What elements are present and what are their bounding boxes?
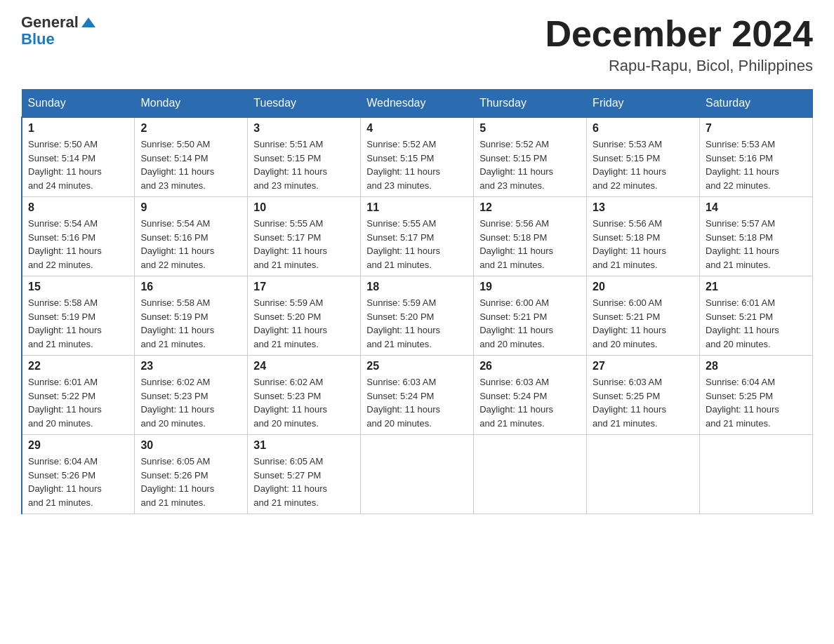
calendar-cell: 9Sunrise: 5:54 AMSunset: 5:16 PMDaylight… <box>135 197 248 276</box>
calendar-cell: 22Sunrise: 6:01 AMSunset: 5:22 PMDayligh… <box>22 356 135 435</box>
day-number: 4 <box>366 122 468 135</box>
day-info: Sunrise: 6:01 AMSunset: 5:22 PMDaylight:… <box>28 375 128 430</box>
calendar-header-row: SundayMondayTuesdayWednesdayThursdayFrid… <box>22 90 813 118</box>
calendar-cell: 29Sunrise: 6:04 AMSunset: 5:26 PMDayligh… <box>22 435 135 514</box>
day-number: 7 <box>706 122 807 135</box>
day-info: Sunrise: 5:54 AMSunset: 5:16 PMDaylight:… <box>28 217 128 271</box>
day-number: 3 <box>253 122 355 135</box>
calendar-cell: 28Sunrise: 6:04 AMSunset: 5:25 PMDayligh… <box>700 356 813 435</box>
calendar-cell <box>587 435 700 514</box>
day-info: Sunrise: 5:51 AMSunset: 5:15 PMDaylight:… <box>253 137 355 192</box>
calendar-cell: 30Sunrise: 6:05 AMSunset: 5:26 PMDayligh… <box>135 435 248 514</box>
calendar-week-row: 22Sunrise: 6:01 AMSunset: 5:22 PMDayligh… <box>22 356 813 435</box>
col-header-tuesday: Tuesday <box>248 90 361 118</box>
calendar-cell: 26Sunrise: 6:03 AMSunset: 5:24 PMDayligh… <box>474 356 587 435</box>
day-number: 21 <box>706 281 807 293</box>
day-info: Sunrise: 6:04 AMSunset: 5:25 PMDaylight:… <box>706 375 807 430</box>
calendar-cell: 16Sunrise: 5:58 AMSunset: 5:19 PMDayligh… <box>135 276 248 356</box>
day-number: 23 <box>140 360 241 373</box>
day-info: Sunrise: 6:02 AMSunset: 5:23 PMDaylight:… <box>140 375 241 430</box>
calendar-cell: 8Sunrise: 5:54 AMSunset: 5:16 PMDaylight… <box>22 197 135 276</box>
day-info: Sunrise: 6:05 AMSunset: 5:26 PMDaylight:… <box>140 455 241 509</box>
day-number: 15 <box>28 281 128 293</box>
day-number: 27 <box>593 360 694 373</box>
day-info: Sunrise: 5:58 AMSunset: 5:19 PMDaylight:… <box>28 296 128 351</box>
day-info: Sunrise: 5:56 AMSunset: 5:18 PMDaylight:… <box>479 217 581 271</box>
day-number: 8 <box>28 201 128 214</box>
day-number: 29 <box>28 439 128 452</box>
calendar-cell <box>700 435 813 514</box>
calendar-cell: 3Sunrise: 5:51 AMSunset: 5:15 PMDaylight… <box>248 117 361 197</box>
page-header: General Blue December 2024 Rapu-Rapu, Bi… <box>21 14 813 75</box>
day-number: 14 <box>706 201 807 214</box>
col-header-sunday: Sunday <box>22 90 135 118</box>
day-number: 31 <box>253 439 355 452</box>
day-number: 12 <box>479 201 581 214</box>
day-info: Sunrise: 5:52 AMSunset: 5:15 PMDaylight:… <box>479 137 581 192</box>
day-info: Sunrise: 5:57 AMSunset: 5:18 PMDaylight:… <box>706 217 807 271</box>
calendar-cell: 18Sunrise: 5:59 AMSunset: 5:20 PMDayligh… <box>361 276 474 356</box>
day-number: 13 <box>593 201 694 214</box>
day-number: 25 <box>366 360 468 373</box>
day-info: Sunrise: 6:03 AMSunset: 5:24 PMDaylight:… <box>366 375 468 430</box>
day-info: Sunrise: 6:05 AMSunset: 5:27 PMDaylight:… <box>253 455 355 509</box>
calendar-cell: 25Sunrise: 6:03 AMSunset: 5:24 PMDayligh… <box>361 356 474 435</box>
day-number: 20 <box>593 281 694 293</box>
day-info: Sunrise: 5:55 AMSunset: 5:17 PMDaylight:… <box>253 217 355 271</box>
day-info: Sunrise: 5:59 AMSunset: 5:20 PMDaylight:… <box>253 296 355 351</box>
location-title: Rapu-Rapu, Bicol, Philippines <box>545 57 813 75</box>
day-number: 2 <box>140 122 241 135</box>
calendar-cell: 24Sunrise: 6:02 AMSunset: 5:23 PMDayligh… <box>248 356 361 435</box>
day-number: 30 <box>140 439 241 452</box>
calendar-cell: 7Sunrise: 5:53 AMSunset: 5:16 PMDaylight… <box>700 117 813 197</box>
logo-general-text: General <box>21 14 79 31</box>
day-info: Sunrise: 5:56 AMSunset: 5:18 PMDaylight:… <box>593 217 694 271</box>
calendar-cell <box>361 435 474 514</box>
day-number: 22 <box>28 360 128 373</box>
calendar-week-row: 8Sunrise: 5:54 AMSunset: 5:16 PMDaylight… <box>22 197 813 276</box>
day-info: Sunrise: 5:50 AMSunset: 5:14 PMDaylight:… <box>140 137 241 192</box>
calendar-cell: 31Sunrise: 6:05 AMSunset: 5:27 PMDayligh… <box>248 435 361 514</box>
month-title: December 2024 <box>545 14 813 54</box>
title-section: December 2024 Rapu-Rapu, Bicol, Philippi… <box>545 14 813 75</box>
calendar-cell: 17Sunrise: 5:59 AMSunset: 5:20 PMDayligh… <box>248 276 361 356</box>
day-info: Sunrise: 6:04 AMSunset: 5:26 PMDaylight:… <box>28 455 128 509</box>
calendar-table: SundayMondayTuesdayWednesdayThursdayFrid… <box>21 89 813 514</box>
day-number: 11 <box>366 201 468 214</box>
day-info: Sunrise: 5:58 AMSunset: 5:19 PMDaylight:… <box>140 296 241 351</box>
day-info: Sunrise: 5:54 AMSunset: 5:16 PMDaylight:… <box>140 217 241 271</box>
calendar-cell: 11Sunrise: 5:55 AMSunset: 5:17 PMDayligh… <box>361 197 474 276</box>
logo: General Blue <box>21 14 95 48</box>
calendar-week-row: 29Sunrise: 6:04 AMSunset: 5:26 PMDayligh… <box>22 435 813 514</box>
calendar-week-row: 15Sunrise: 5:58 AMSunset: 5:19 PMDayligh… <box>22 276 813 356</box>
calendar-cell: 27Sunrise: 6:03 AMSunset: 5:25 PMDayligh… <box>587 356 700 435</box>
logo-blue-text: Blue <box>21 31 95 48</box>
day-number: 10 <box>253 201 355 214</box>
calendar-cell: 1Sunrise: 5:50 AMSunset: 5:14 PMDaylight… <box>22 117 135 197</box>
day-number: 1 <box>28 122 128 135</box>
day-info: Sunrise: 5:53 AMSunset: 5:16 PMDaylight:… <box>706 137 807 192</box>
calendar-cell: 4Sunrise: 5:52 AMSunset: 5:15 PMDaylight… <box>361 117 474 197</box>
calendar-cell: 20Sunrise: 6:00 AMSunset: 5:21 PMDayligh… <box>587 276 700 356</box>
col-header-wednesday: Wednesday <box>361 90 474 118</box>
day-number: 26 <box>479 360 581 373</box>
calendar-cell: 19Sunrise: 6:00 AMSunset: 5:21 PMDayligh… <box>474 276 587 356</box>
day-info: Sunrise: 5:50 AMSunset: 5:14 PMDaylight:… <box>28 137 128 192</box>
day-number: 19 <box>479 281 581 293</box>
col-header-monday: Monday <box>135 90 248 118</box>
day-number: 24 <box>253 360 355 373</box>
day-info: Sunrise: 5:59 AMSunset: 5:20 PMDaylight:… <box>366 296 468 351</box>
day-number: 6 <box>593 122 694 135</box>
calendar-cell <box>474 435 587 514</box>
calendar-cell: 15Sunrise: 5:58 AMSunset: 5:19 PMDayligh… <box>22 276 135 356</box>
day-number: 18 <box>366 281 468 293</box>
calendar-cell: 2Sunrise: 5:50 AMSunset: 5:14 PMDaylight… <box>135 117 248 197</box>
day-number: 16 <box>140 281 241 293</box>
calendar-cell: 12Sunrise: 5:56 AMSunset: 5:18 PMDayligh… <box>474 197 587 276</box>
calendar-cell: 5Sunrise: 5:52 AMSunset: 5:15 PMDaylight… <box>474 117 587 197</box>
day-info: Sunrise: 5:55 AMSunset: 5:17 PMDaylight:… <box>366 217 468 271</box>
day-info: Sunrise: 6:00 AMSunset: 5:21 PMDaylight:… <box>479 296 581 351</box>
calendar-cell: 6Sunrise: 5:53 AMSunset: 5:15 PMDaylight… <box>587 117 700 197</box>
col-header-saturday: Saturday <box>700 90 813 118</box>
calendar-cell: 14Sunrise: 5:57 AMSunset: 5:18 PMDayligh… <box>700 197 813 276</box>
